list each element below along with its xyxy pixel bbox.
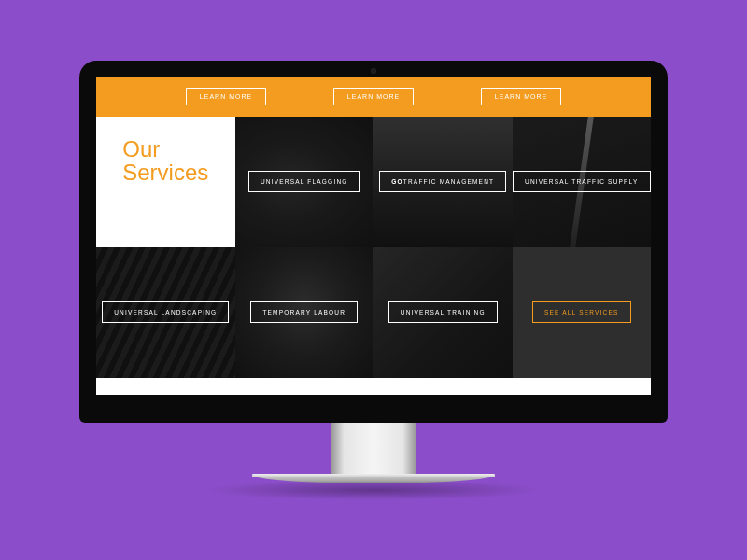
service-tile-see-all[interactable]: SEE ALL SERVICES: [513, 247, 652, 378]
service-tile-flagging[interactable]: UNIVERSAL FLAGGING: [235, 117, 374, 247]
service-tile-traffic-supply[interactable]: UNIVERSAL TRAFFIC SUPPLY: [513, 117, 652, 247]
service-rest: TRAFFIC MANAGEMENT: [403, 178, 494, 185]
monitor-bezel: LEARN MORE LEARN MORE LEARN MORE Our Ser…: [79, 61, 668, 423]
service-button-landscaping[interactable]: UNIVERSAL LANDSCAPING: [102, 301, 229, 323]
top-cta-bar: LEARN MORE LEARN MORE LEARN MORE: [96, 77, 651, 117]
footer-strip: [96, 378, 651, 395]
learn-more-button-1[interactable]: LEARN MORE: [186, 88, 266, 105]
services-grid: Our Services UNIVERSAL FLAGGING GOTRAFFI…: [96, 117, 651, 378]
camera-icon: [371, 68, 376, 74]
monitor-stand-neck: [331, 423, 416, 474]
service-tile-labour[interactable]: TEMPORARY LABOUR: [235, 247, 374, 378]
learn-more-button-3[interactable]: LEARN MORE: [481, 88, 561, 105]
section-title-tile: Our Services: [96, 117, 235, 247]
section-title: Our Services: [122, 137, 208, 184]
monitor-mockup: LEARN MORE LEARN MORE LEARN MORE Our Ser…: [79, 61, 668, 500]
service-tile-training[interactable]: UNIVERSAL TRAINING: [374, 247, 513, 378]
service-button-training[interactable]: UNIVERSAL TRAINING: [388, 301, 498, 323]
screen: LEARN MORE LEARN MORE LEARN MORE Our Ser…: [96, 77, 651, 395]
service-tile-traffic-management[interactable]: GOTRAFFIC MANAGEMENT: [374, 117, 513, 247]
learn-more-button-2[interactable]: LEARN MORE: [333, 88, 414, 105]
section-title-line1: Our: [122, 136, 160, 161]
service-button-traffic-supply[interactable]: UNIVERSAL TRAFFIC SUPPLY: [513, 171, 651, 192]
service-tile-landscaping[interactable]: UNIVERSAL LANDSCAPING: [96, 247, 235, 378]
section-title-line2: Services: [122, 160, 208, 185]
service-button-traffic-management[interactable]: GOTRAFFIC MANAGEMENT: [379, 171, 506, 192]
service-button-labour[interactable]: TEMPORARY LABOUR: [250, 301, 358, 323]
service-button-flagging[interactable]: UNIVERSAL FLAGGING: [248, 171, 360, 192]
see-all-services-button[interactable]: SEE ALL SERVICES: [532, 301, 631, 323]
service-prefix: GO: [391, 178, 403, 185]
